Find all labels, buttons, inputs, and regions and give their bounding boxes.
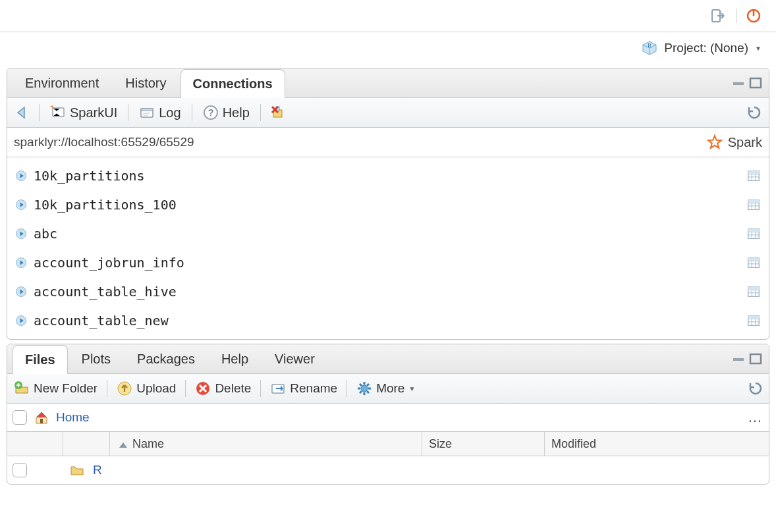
table-name: 10k_partitions [34, 168, 145, 184]
maximize-icon[interactable] [749, 77, 762, 89]
preview-table-icon[interactable] [746, 255, 761, 270]
more-button[interactable]: More ▼ [355, 381, 416, 396]
separator [128, 104, 128, 121]
connections-pane: Environment History Connections SparkUI … [7, 68, 769, 340]
rstudio-cube-icon [642, 40, 657, 56]
delete-label: Delete [215, 381, 251, 396]
log-label: Log [159, 105, 180, 120]
table-name: account_table_hive [34, 284, 177, 300]
spark-star-icon [707, 134, 723, 150]
preview-table-icon[interactable] [746, 226, 761, 241]
separator [192, 104, 192, 121]
select-all-checkbox[interactable] [13, 410, 27, 425]
delete-button[interactable]: Delete [194, 381, 252, 396]
disconnect-icon[interactable] [270, 105, 286, 120]
separator [260, 380, 261, 397]
sort-icon [117, 439, 127, 449]
minimize-icon[interactable] [732, 353, 745, 365]
sparkui-icon [50, 105, 66, 120]
preview-table-icon[interactable] [746, 313, 761, 328]
maximize-icon[interactable] [749, 353, 762, 365]
project-bar: Project: (None) ▼ [0, 32, 776, 64]
expand-icon[interactable] [15, 286, 27, 298]
chevron-down-icon: ▼ [408, 385, 415, 392]
table-row[interactable]: account_table_hive [7, 277, 769, 306]
sparkui-label: SparkUI [70, 105, 117, 120]
table-name: account_jobrun_info [34, 255, 184, 271]
tab-plots[interactable]: Plots [69, 344, 123, 373]
files-pane: Files Plots Packages Help Viewer New Fol… [7, 344, 769, 485]
tab-environment[interactable]: Environment [13, 68, 111, 97]
table-name: abc [34, 226, 57, 242]
more-label: More [376, 381, 404, 396]
file-name[interactable]: R [93, 463, 102, 477]
power-icon[interactable] [746, 8, 762, 24]
expand-icon[interactable] [15, 228, 27, 240]
tab-viewer[interactable]: Viewer [262, 344, 327, 373]
table-row[interactable]: 10k_partitions [7, 161, 769, 190]
tab-history[interactable]: History [113, 68, 179, 97]
preview-table-icon[interactable] [746, 284, 761, 299]
folder-icon [69, 462, 85, 478]
col-size[interactable]: Size [422, 432, 545, 456]
connections-toolbar: SparkUI Log Help [7, 98, 769, 128]
separator [107, 380, 107, 397]
tab-files[interactable]: Files [13, 345, 68, 374]
back-icon[interactable] [14, 105, 30, 120]
engine-label: Spark [728, 135, 762, 150]
gear-icon [356, 381, 372, 396]
log-icon [139, 105, 155, 120]
rename-label: Rename [290, 381, 337, 396]
refresh-icon[interactable] [746, 105, 762, 120]
col-name[interactable]: Name [110, 432, 422, 456]
table-list: 10k_partitions10k_partitions_100abcaccou… [7, 157, 769, 339]
upload-button[interactable]: Upload [115, 381, 177, 396]
table-row[interactable]: account_table_new [7, 306, 769, 335]
files-breadcrumb: Home … [7, 404, 769, 432]
breadcrumb-home[interactable]: Home [56, 410, 90, 425]
rename-button[interactable]: Rename [269, 381, 339, 396]
col-modified[interactable]: Modified [545, 432, 769, 456]
log-button[interactable]: Log [138, 105, 182, 120]
minimize-icon[interactable] [732, 77, 745, 89]
upload-icon [117, 381, 132, 396]
tab-packages[interactable]: Packages [125, 344, 208, 373]
refresh-icon[interactable] [748, 381, 763, 396]
rename-icon [270, 381, 286, 396]
connections-tabs: Environment History Connections [7, 68, 769, 98]
new-folder-icon [14, 381, 30, 396]
tab-help[interactable]: Help [209, 344, 261, 373]
expand-icon[interactable] [15, 315, 27, 327]
table-row[interactable]: abc [7, 219, 769, 248]
table-name: account_table_new [34, 313, 169, 329]
preview-table-icon[interactable] [746, 169, 761, 183]
project-label[interactable]: Project: (None) [664, 41, 748, 55]
sparkui-button[interactable]: SparkUI [49, 105, 119, 120]
chevron-down-icon[interactable]: ▼ [755, 45, 762, 52]
expand-icon[interactable] [15, 199, 27, 211]
logout-icon[interactable] [711, 8, 727, 24]
connection-address: sparklyr://localhost:65529/65529 [14, 135, 194, 149]
table-row[interactable]: 10k_partitions_100 [7, 190, 769, 219]
tab-connections[interactable]: Connections [180, 69, 285, 98]
files-toolbar: New Folder Upload Delete Rename More ▼ [7, 374, 769, 404]
col-name-label: Name [132, 437, 164, 451]
file-row[interactable]: R [7, 456, 769, 484]
separator [185, 380, 186, 397]
delete-icon [195, 381, 211, 396]
separator [346, 380, 347, 397]
help-button[interactable]: Help [202, 105, 251, 120]
expand-icon[interactable] [15, 257, 27, 269]
preview-table-icon[interactable] [746, 198, 761, 212]
separator [39, 104, 40, 121]
table-row[interactable]: account_jobrun_info [7, 248, 769, 277]
files-column-headers: Name Size Modified [7, 432, 769, 456]
more-icon[interactable]: … [748, 409, 763, 426]
new-folder-button[interactable]: New Folder [13, 381, 99, 396]
home-icon[interactable] [34, 410, 49, 425]
separator [736, 9, 736, 23]
expand-icon[interactable] [15, 170, 27, 182]
connection-address-bar: sparklyr://localhost:65529/65529 Spark [7, 128, 769, 157]
row-checkbox[interactable] [13, 463, 27, 477]
col-size-label: Size [429, 437, 452, 451]
